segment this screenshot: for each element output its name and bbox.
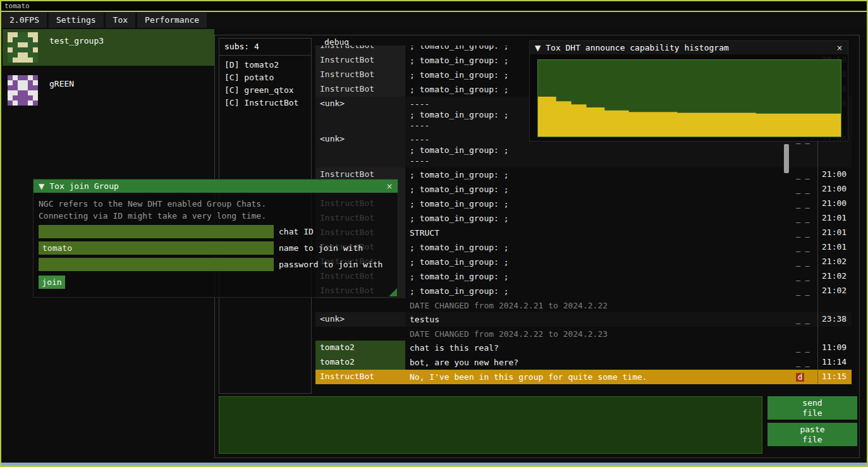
message-status-flags: _ _	[795, 312, 817, 327]
group-avatar-icon	[8, 32, 38, 63]
close-icon[interactable]: ×	[836, 44, 843, 52]
resize-grip[interactable]	[389, 288, 397, 296]
message-timestamp: 21:00	[817, 197, 852, 211]
member-item[interactable]: [D] tomato2	[219, 59, 311, 71]
message-text: chat is this real?	[405, 341, 795, 355]
join-password-input[interactable]	[39, 258, 274, 271]
date-separator-row[interactable]: DATE CHANGED from 2024.2.22 to 2024.2.23	[315, 327, 852, 341]
message-text: bot, are you new here?	[405, 355, 795, 370]
join-info-line-1: NGC refers to the New DHT enabled Group …	[39, 198, 393, 210]
message-text: DATE CHANGED from 2024.2.21 to 2024.2.22	[405, 298, 795, 312]
histogram-chart	[538, 60, 841, 136]
message-row[interactable]: tomato2bot, are you new here?_ _11:14	[315, 355, 852, 370]
message-sender: <unk>	[315, 97, 405, 132]
message-timestamp: 21:01	[817, 226, 852, 240]
chat-scrollbar-thumb[interactable]	[784, 144, 789, 173]
join-name-input[interactable]	[39, 241, 274, 255]
message-sender: <unk>	[315, 132, 405, 167]
message-text: ; tomato_in_group: ;	[405, 211, 795, 226]
message-status-flags: _ _	[795, 355, 817, 370]
message-text: ; tomato_in_group: ;	[405, 182, 795, 197]
window-title: tomato	[4, 2, 30, 10]
message-timestamp	[817, 298, 852, 312]
message-status-flags: _ _	[795, 226, 817, 240]
message-status-flags	[795, 298, 817, 312]
histogram-area	[538, 97, 841, 136]
send-file-button[interactable]: send file	[767, 396, 857, 420]
message-timestamp: 11:14	[817, 355, 852, 370]
join-name-label: name to join with	[279, 243, 363, 253]
group-item-gREEN[interactable]: gREEN	[3, 72, 214, 109]
message-sender	[315, 327, 405, 341]
message-status-flags	[795, 327, 817, 341]
histogram-titlebar[interactable]: ▼ Tox DHT announce capability histogram …	[530, 41, 848, 54]
message-timestamp: 21:02	[817, 284, 852, 298]
message-sender: <unk>	[315, 312, 405, 327]
join-password-label: password to join with	[279, 260, 382, 269]
message-input[interactable]	[219, 396, 762, 454]
message-status-flags: _ _	[795, 182, 817, 197]
collapse-icon[interactable]: ▼	[39, 182, 44, 191]
group-name: gREEN	[49, 75, 74, 106]
message-sender: InstructBot	[315, 370, 405, 384]
message-row[interactable]: <unk>testus_ _23:38	[315, 312, 852, 327]
message-timestamp: 11:15	[817, 370, 852, 384]
message-timestamp: 21:01	[817, 240, 852, 255]
message-sender: InstructBot	[315, 68, 405, 82]
histogram-title: Tox DHT announce capability histogram	[546, 43, 831, 52]
join-password-row: password to join with	[39, 258, 393, 271]
member-item[interactable]: [C] potato	[219, 71, 311, 84]
message-sender: InstructBot	[315, 45, 405, 53]
menu-item-tox[interactable]: Tox	[106, 13, 135, 28]
menu-item-settings[interactable]: Settings	[49, 13, 104, 28]
member-item[interactable]: [C] InstructBot	[219, 97, 311, 109]
message-timestamp: 21:00	[817, 167, 852, 182]
message-text: ; tomato_in_group: ;	[405, 240, 795, 255]
message-row[interactable]: tomato2chat is this real?_ _11:09	[315, 341, 852, 355]
message-sender: tomato2	[315, 341, 405, 355]
join-name-row: name to join with	[39, 241, 393, 255]
menu-item-20fps[interactable]: 2.0FPS	[2, 13, 47, 28]
message-sender	[315, 298, 405, 312]
message-text: ; tomato_in_group: ;	[405, 167, 795, 182]
group-name: test_group3	[49, 32, 104, 63]
window-titlebar[interactable]: tomato	[1, 1, 867, 12]
message-status-flags: _ _	[795, 167, 817, 182]
chat-id-input[interactable]	[39, 225, 274, 238]
message-text: No, I've been in this group for quite so…	[405, 370, 795, 384]
join-group-title: Tox join Group	[49, 181, 381, 191]
join-button[interactable]: join	[39, 276, 65, 289]
message-timestamp: 21:00	[817, 182, 852, 197]
message-status-flags: _ _	[795, 240, 817, 255]
member-list: [D] tomato2[C] potato[C] green_qtox[C] I…	[219, 56, 311, 109]
menubar: 2.0FPSSettingsToxPerformance	[1, 12, 867, 28]
window-bottom-edge	[1, 463, 867, 466]
members-count-header: subs: 4	[219, 39, 311, 56]
message-status-flags: _ _	[795, 211, 817, 226]
menu-item-performance[interactable]: Performance	[137, 13, 207, 28]
group-avatar-icon	[8, 75, 38, 106]
message-status-flags: _ _	[795, 341, 817, 355]
join-info-line-2: Connecting via ID might take a very long…	[39, 210, 393, 222]
message-timestamp: 21:02	[817, 269, 852, 284]
message-status-flags: _ _	[795, 284, 817, 298]
close-icon[interactable]: ×	[386, 182, 393, 191]
app-window: tomato 2.0FPSSettingsToxPerformance test…	[0, 0, 868, 467]
message-text: ; tomato_in_group: ;	[405, 255, 795, 269]
member-item[interactable]: [C] green_qtox	[219, 84, 311, 97]
message-status-flags: _ _	[795, 269, 817, 284]
paste-file-button[interactable]: paste file	[767, 423, 857, 446]
group-item-test_group3[interactable]: test_group3	[3, 29, 214, 66]
join-group-titlebar[interactable]: ▼ Tox join Group ×	[34, 179, 398, 193]
histogram-plot	[537, 59, 841, 137]
date-separator-row[interactable]: DATE CHANGED from 2024.2.21 to 2024.2.22	[315, 298, 852, 312]
dht-histogram-window: ▼ Tox DHT announce capability histogram …	[529, 40, 848, 142]
chat-id-row: chat ID	[39, 225, 393, 238]
join-group-window: ▼ Tox join Group × NGC refers to the New…	[33, 179, 398, 298]
collapse-icon[interactable]: ▼	[535, 44, 541, 52]
group-list: test_group3gREEN	[3, 29, 214, 115]
message-row[interactable]: InstructBotNo, I've been in this group f…	[315, 370, 852, 384]
message-text: DATE CHANGED from 2024.2.22 to 2024.2.23	[405, 327, 795, 341]
message-status-flags: _ _	[795, 197, 817, 211]
chat-id-label: chat ID	[279, 227, 314, 236]
